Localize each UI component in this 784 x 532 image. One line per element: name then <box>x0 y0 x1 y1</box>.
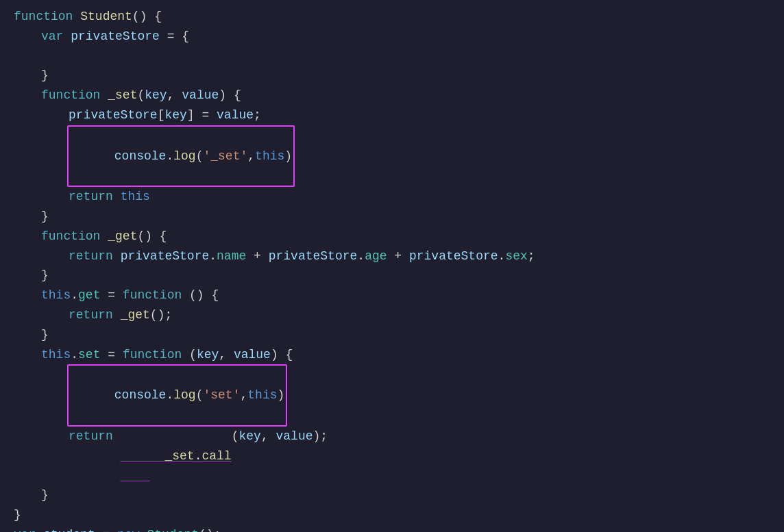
code-line: privateStore [ key ] = value ; <box>0 105 784 125</box>
code-line: console.log('set',this) <box>0 364 784 426</box>
code-line: } <box>0 505 784 525</box>
code-line: } <box>0 266 784 286</box>
keyword: function <box>14 7 73 27</box>
code-line: console.log('_set',this) <box>0 125 784 187</box>
code-line: return _get (); <box>0 305 784 325</box>
code-line: this . set = function ( key , value ) { <box>0 345 784 365</box>
code-line: function _get () { <box>0 227 784 246</box>
code-line: return _set.call ( key , value ); <box>0 427 784 485</box>
code-line: this . get = function () { <box>0 286 784 305</box>
code-line: var privateStore = { <box>0 27 784 47</box>
code-line: return this <box>0 187 784 207</box>
highlight-consolelog-set: console.log('_set',this) <box>67 125 295 187</box>
code-line: } <box>0 325 784 345</box>
code-line: } <box>0 66 784 86</box>
function-name: Student <box>80 7 132 27</box>
highlight-consolelog-set2: console.log('set',this) <box>67 364 287 426</box>
code-line: return privateStore . name + privateStor… <box>0 246 784 266</box>
code-line <box>0 47 784 66</box>
code-editor: function Student () { var privateStore =… <box>0 0 784 532</box>
code-line: function Student () { <box>0 7 784 27</box>
code-line: var student = new Student (); <box>0 525 784 532</box>
code-line: } <box>0 485 784 505</box>
code-line: } <box>0 207 784 227</box>
code-line: function _set ( key , value ) { <box>0 86 784 105</box>
